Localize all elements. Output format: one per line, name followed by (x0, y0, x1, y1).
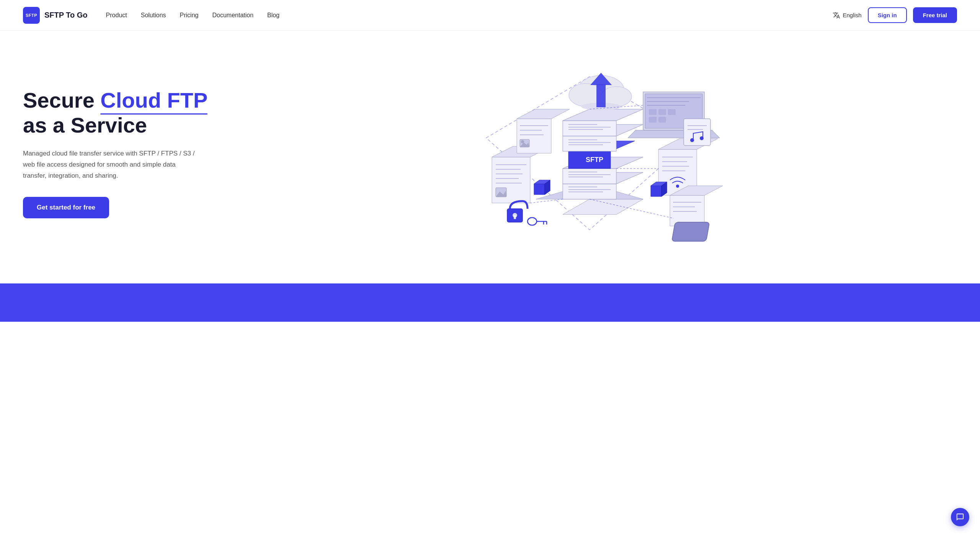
logo-text: SFTP To Go (44, 11, 88, 20)
svg-rect-91 (684, 119, 710, 146)
svg-marker-53 (517, 119, 551, 153)
svg-marker-1 (563, 199, 643, 214)
language-selector[interactable]: English (833, 11, 861, 19)
hero-content: Secure Cloud FTP as a Service Managed cl… (23, 88, 222, 218)
svg-text:SFTP: SFTP (586, 156, 603, 164)
logo-link[interactable]: SFTP SFTP To Go (23, 7, 88, 24)
svg-point-95 (700, 136, 704, 140)
svg-rect-38 (649, 109, 657, 115)
language-label: English (843, 12, 861, 18)
logo-icon: SFTP (23, 7, 40, 24)
hero-svg: SFTP (456, 54, 724, 253)
nav-item-solutions[interactable]: Solutions (141, 12, 166, 19)
nav-item-documentation[interactable]: Documentation (212, 12, 253, 19)
svg-point-94 (690, 138, 694, 142)
svg-marker-8 (563, 169, 616, 184)
nav-item-product[interactable]: Product (106, 12, 127, 19)
freetrial-button[interactable]: Free trial (913, 7, 957, 23)
svg-marker-3 (563, 184, 616, 199)
svg-marker-21 (563, 121, 616, 136)
cta-button[interactable]: Get started for free (23, 197, 109, 218)
svg-rect-41 (649, 117, 657, 123)
svg-marker-84 (651, 186, 662, 196)
nav-right: English Sign in Free trial (833, 7, 957, 23)
svg-marker-31 (596, 84, 606, 107)
svg-rect-80 (672, 222, 710, 241)
nav-item-pricing[interactable]: Pricing (180, 12, 199, 19)
navbar: SFTP SFTP To Go Product Solutions Pricin… (0, 0, 980, 31)
svg-point-74 (676, 185, 679, 188)
hero-illustration: SFTP (222, 54, 957, 253)
svg-point-64 (528, 218, 537, 225)
svg-marker-75 (670, 195, 704, 226)
hero-title: Secure Cloud FTP as a Service (23, 88, 222, 138)
translate-icon (833, 11, 840, 19)
svg-line-87 (530, 199, 563, 203)
svg-marker-81 (534, 184, 545, 195)
hero-description: Managed cloud file transfer service with… (23, 148, 199, 182)
hero-section: Secure Cloud FTP as a Service Managed cl… (0, 31, 980, 283)
hero-title-highlight: Cloud FTP (100, 88, 207, 113)
svg-marker-54 (517, 109, 570, 119)
svg-marker-22 (563, 109, 643, 121)
nav-links: Product Solutions Pricing Documentation … (106, 12, 833, 19)
nav-item-blog[interactable]: Blog (267, 12, 279, 19)
svg-rect-40 (668, 109, 676, 115)
svg-marker-16 (563, 136, 616, 151)
svg-rect-42 (658, 117, 666, 123)
svg-rect-63 (514, 215, 516, 219)
bottom-banner (0, 283, 980, 322)
svg-rect-39 (658, 109, 666, 115)
signin-button[interactable]: Sign in (868, 7, 907, 23)
